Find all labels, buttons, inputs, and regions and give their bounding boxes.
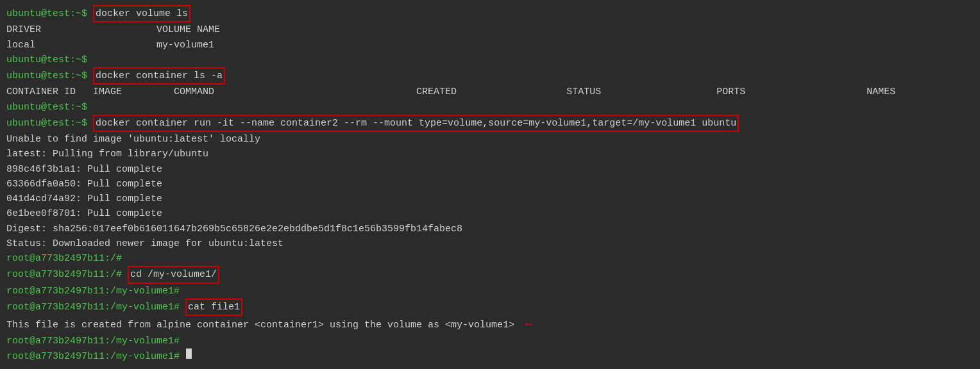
line-17: root@a773b2497b11:/# [6, 251, 974, 266]
command-highlight: docker volume ls [93, 5, 190, 22]
output-text: latest: Pulling from library/ubuntu [6, 147, 208, 161]
prompt: root@a773b2497b11:/# [6, 267, 128, 282]
line-1: ubuntu@test:~$ docker volume ls [6, 5, 974, 22]
output-text: CONTAINER ID IMAGE COMMAND CREATED STATU… [6, 85, 895, 99]
prompt: ubuntu@test:~$ [6, 100, 93, 115]
prompt: root@a773b2497b11:/my-volume1# [6, 334, 185, 348]
output-text: local my-volume1 [6, 38, 214, 53]
output-text: 6e1bee0f8701: Pull complete [6, 206, 162, 221]
terminal-window: ubuntu@test:~$ docker volume ls DRIVER V… [6, 5, 974, 364]
line-22: root@a773b2497b11:/my-volume1# [6, 334, 974, 348]
line-10: latest: Pulling from library/ubuntu [6, 147, 974, 161]
line-23: root@a773b2497b11:/my-volume1# [6, 348, 974, 364]
output-text: Unable to find image 'ubuntu:latest' loc… [6, 132, 260, 147]
arrow-icon: ← [518, 316, 532, 334]
output-text: 63366dfa0a50: Pull complete [6, 177, 162, 192]
output-text: DRIVER VOLUME NAME [6, 22, 220, 37]
line-5: ubuntu@test:~$ docker container ls -a [6, 67, 974, 85]
prompt: ubuntu@test:~$ [6, 53, 93, 67]
prompt: ubuntu@test:~$ [6, 69, 93, 83]
line-8: ubuntu@test:~$ docker container run -it … [6, 115, 974, 132]
line-6: CONTAINER ID IMAGE COMMAND CREATED STATU… [6, 85, 974, 99]
output-text: 041d4cd74a92: Pull complete [6, 192, 162, 206]
cursor [186, 348, 192, 359]
output-text: 898c46f3b1a1: Pull complete [6, 162, 162, 177]
command-highlight: docker container ls -a [93, 67, 225, 85]
command-highlight: cd /my-volume1/ [128, 266, 219, 283]
prompt: ubuntu@test:~$ [6, 6, 93, 21]
line-18: root@a773b2497b11:/# cd /my-volume1/ [6, 266, 974, 283]
output-text: Status: Downloaded newer image for ubunt… [6, 236, 283, 251]
line-4: ubuntu@test:~$ [6, 53, 974, 67]
line-11: 898c46f3b1a1: Pull complete [6, 162, 974, 177]
line-3: local my-volume1 [6, 38, 974, 53]
output-text: This file is created from alpine contain… [6, 318, 514, 332]
line-15: Digest: sha256:017eef0b616011647b269b5c6… [6, 222, 974, 236]
command-highlight: docker container run -it --name containe… [93, 115, 739, 132]
prompt: ubuntu@test:~$ [6, 116, 93, 131]
prompt: root@a773b2497b11:/# [6, 251, 128, 266]
prompt: root@a773b2497b11:/my-volume1# [6, 284, 185, 299]
command-highlight: cat file1 [185, 299, 242, 316]
line-19: root@a773b2497b11:/my-volume1# [6, 284, 974, 299]
line-16: Status: Downloaded newer image for ubunt… [6, 236, 974, 251]
output-text: Digest: sha256:017eef0b616011647b269b5c6… [6, 222, 462, 236]
line-12: 63366dfa0a50: Pull complete [6, 177, 974, 192]
line-14: 6e1bee0f8701: Pull complete [6, 206, 974, 221]
line-7: ubuntu@test:~$ [6, 100, 974, 115]
line-2: DRIVER VOLUME NAME [6, 22, 974, 37]
line-21: This file is created from alpine contain… [6, 316, 974, 334]
prompt: root@a773b2497b11:/my-volume1# [6, 300, 185, 315]
prompt: root@a773b2497b11:/my-volume1# [6, 349, 185, 364]
line-9: Unable to find image 'ubuntu:latest' loc… [6, 132, 974, 147]
line-20: root@a773b2497b11:/my-volume1# cat file1 [6, 299, 974, 316]
line-13: 041d4cd74a92: Pull complete [6, 192, 974, 206]
